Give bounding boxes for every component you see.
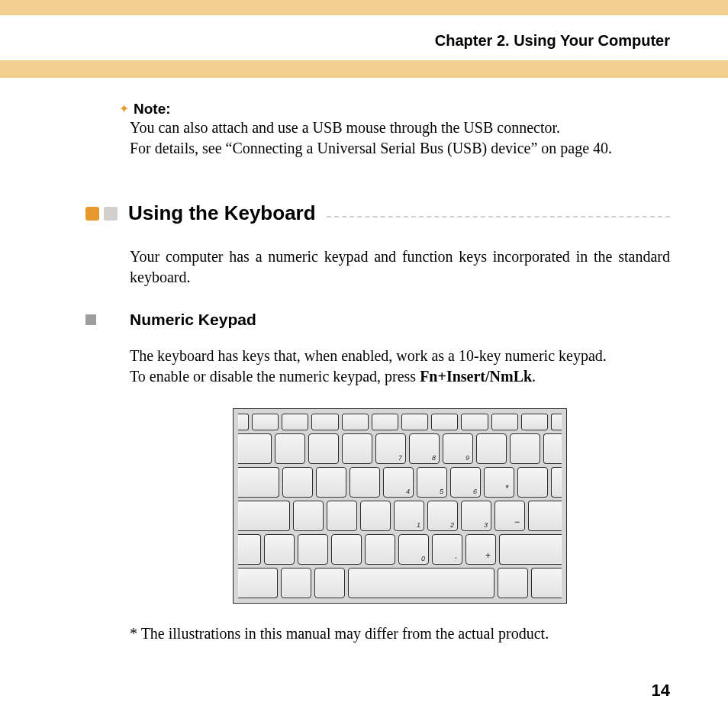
subsection-body: The keyboard has keys that, when enabled… <box>130 346 670 387</box>
header-inner: Chapter 2. Using Your Computer <box>0 15 728 60</box>
illustration-footnote: * The illustrations in this manual may d… <box>130 623 670 644</box>
note-label: Note: <box>134 101 171 118</box>
numeric-para-2: To enable or disable the numeric keypad,… <box>130 366 670 387</box>
key-edge <box>238 433 272 464</box>
page-content: ✦ Note: You can also attach and use a US… <box>0 78 728 644</box>
key <box>314 568 345 598</box>
key <box>365 534 395 565</box>
key <box>264 534 295 565</box>
key-fn <box>311 414 338 430</box>
key-fn <box>431 414 458 430</box>
key <box>275 433 305 464</box>
heading-bullets <box>85 207 118 221</box>
keyboard-illustration: 7 8 9 4 5 6 * <box>233 408 567 604</box>
heading-dash-line <box>327 216 670 217</box>
key-fn <box>521 414 548 430</box>
key-star: * <box>484 467 514 498</box>
key-edge <box>238 568 278 598</box>
kbd-row-space <box>238 568 562 598</box>
key-minus: − <box>494 501 525 531</box>
bullet-square-grey-icon <box>104 207 118 221</box>
key-spacebar <box>348 568 494 598</box>
key-fn <box>252 414 279 430</box>
key <box>308 433 339 464</box>
key-fn <box>372 414 398 430</box>
kbd-row-3: 1 2 3 − <box>238 501 562 531</box>
note-text-2: For details, see “Connecting a Universal… <box>130 138 670 159</box>
key-4: 4 <box>383 467 414 498</box>
key-blank <box>476 433 507 464</box>
kbd-row-4: 0 . + <box>238 534 562 565</box>
note-diamond-icon: ✦ <box>119 101 129 116</box>
chapter-title: Chapter 2. Using Your Computer <box>435 32 670 49</box>
para2-prefix: To enable or disable the numeric keypad,… <box>130 368 420 385</box>
page-number: 14 <box>652 681 670 701</box>
key-3: 3 <box>461 501 491 531</box>
key-0: 0 <box>398 534 429 565</box>
key <box>327 501 357 531</box>
key-fn-edge <box>238 414 249 430</box>
key <box>331 534 362 565</box>
key <box>498 568 528 598</box>
kbd-row-1: 7 8 9 <box>238 433 562 464</box>
key-dot: . <box>432 534 462 565</box>
key-fn <box>461 414 488 430</box>
key-edge <box>238 534 261 565</box>
key <box>350 467 380 498</box>
key <box>293 501 324 531</box>
key-9: 9 <box>443 433 473 464</box>
key-fn-edge <box>551 414 562 430</box>
key-fn <box>282 414 308 430</box>
key <box>510 433 540 464</box>
key-plus: + <box>465 534 496 565</box>
keyboard-body: 7 8 9 4 5 6 * <box>233 408 567 604</box>
note-block: ✦ Note: You can also attach and use a US… <box>130 101 670 159</box>
kbd-row-fn <box>238 414 562 430</box>
key-fn <box>401 414 428 430</box>
key-edge <box>531 568 562 598</box>
key <box>517 467 548 498</box>
key-7: 7 <box>375 433 406 464</box>
section-heading-row: Using the Keyboard <box>85 201 670 225</box>
key-8: 8 <box>409 433 440 464</box>
key-2: 2 <box>427 501 458 531</box>
key-combo: Fn+Insert/NmLk <box>420 368 532 385</box>
key <box>281 568 311 598</box>
key <box>316 467 346 498</box>
header-band: Chapter 2. Using Your Computer <box>0 0 728 78</box>
section-heading: Using the Keyboard <box>128 201 316 225</box>
numeric-para-1: The keyboard has keys that, when enabled… <box>130 346 670 366</box>
key-6: 6 <box>450 467 481 498</box>
para2-suffix: . <box>532 368 536 385</box>
key <box>360 501 391 531</box>
key-edge <box>551 467 562 498</box>
kbd-row-2: 4 5 6 * <box>238 467 562 498</box>
subheading: Numeric Keypad <box>130 311 256 329</box>
key-edge <box>528 501 562 531</box>
note-text-1: You can also attach and use a USB mouse … <box>130 118 670 138</box>
bullet-square-orange-icon <box>85 207 99 221</box>
key-5: 5 <box>417 467 447 498</box>
key-1: 1 <box>394 501 424 531</box>
subheading-row: Numeric Keypad <box>85 311 670 329</box>
key <box>282 467 313 498</box>
section-intro: Your computer has a numeric keypad and f… <box>130 246 670 288</box>
key-edge <box>499 534 562 565</box>
key-fn <box>342 414 369 430</box>
key-edge <box>543 433 562 464</box>
key-edge <box>238 501 290 531</box>
subhead-square-icon <box>85 314 96 325</box>
key <box>298 534 328 565</box>
key-edge <box>238 467 279 498</box>
key-fn <box>491 414 518 430</box>
key <box>342 433 372 464</box>
